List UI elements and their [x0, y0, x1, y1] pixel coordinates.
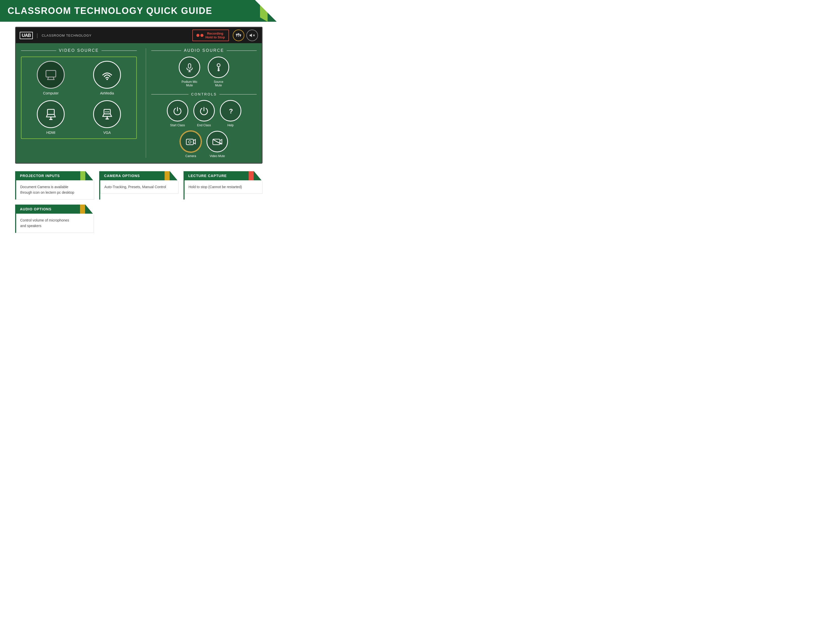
- svg-point-12: [106, 79, 108, 80]
- svg-rect-30: [186, 139, 193, 145]
- computer-icon-circle: [37, 61, 64, 89]
- sliders-icon: [235, 32, 241, 39]
- lecture-capture-header: LECTURE CAPTURE: [185, 171, 262, 180]
- video-source-section: VIDEO SOURCE: [21, 48, 142, 158]
- controls-title: CONTROLS: [151, 92, 257, 96]
- end-class-button[interactable]: End Class: [193, 100, 215, 127]
- panel-body: VIDEO SOURCE: [16, 43, 262, 163]
- end-class-icon-circle: [193, 100, 215, 121]
- video-mute-button[interactable]: Video Mute: [206, 131, 228, 158]
- video-source-title: VIDEO SOURCE: [21, 48, 137, 53]
- rec-circle-1: [196, 34, 199, 37]
- recording-label: Recording: [206, 32, 225, 35]
- audio-options-body: Control volume of microphonesand speaker…: [16, 214, 94, 233]
- computer-source-button[interactable]: Computer: [25, 61, 77, 95]
- lecture-capture-title: LECTURE CAPTURE: [188, 174, 227, 178]
- projector-inputs-header: PROJECTOR INPUTS: [16, 171, 94, 180]
- uab-logo: UAB: [20, 32, 33, 39]
- hdmi-source-button[interactable]: HDMI: [25, 100, 77, 135]
- audio-options-accent: [80, 204, 85, 214]
- svg-rect-22: [188, 64, 191, 68]
- computer-icon: [44, 68, 58, 82]
- airmedia-label: AirMedia: [100, 91, 114, 95]
- recording-text: Recording Hold to Stop: [206, 32, 225, 39]
- audio-options-card: AUDIO OPTIONS Control volume of micropho…: [15, 204, 94, 233]
- hdmi-label: HDMI: [46, 130, 55, 135]
- recording-icon: [196, 34, 203, 37]
- help-icon-circle: ?: [220, 100, 241, 121]
- start-class-label: Start Class: [170, 124, 185, 127]
- end-power-icon: [199, 106, 209, 116]
- video-grid: Computer: [25, 61, 132, 135]
- uab-logo-text: UAB: [22, 33, 31, 38]
- camera-icon: [185, 137, 196, 147]
- projector-inputs-card: PROJECTOR INPUTS Document Camera is avai…: [15, 171, 94, 200]
- vga-source-button[interactable]: VGA: [82, 100, 133, 135]
- video-mute-icon: [212, 137, 223, 147]
- header-accent: [260, 0, 268, 22]
- vga-label: VGA: [103, 130, 111, 135]
- source-mute-icon-circle: [208, 56, 229, 78]
- start-power-icon: [172, 106, 182, 116]
- camera-accent: [165, 171, 170, 180]
- controls-bottom-row: Camera Video Mute: [151, 131, 257, 158]
- panel-divider: |: [37, 32, 38, 39]
- svg-point-20: [106, 111, 108, 113]
- svg-point-21: [108, 111, 109, 113]
- audio-options-section: AUDIO OPTIONS Control volume of micropho…: [0, 204, 278, 233]
- recording-button[interactable]: Recording Hold to Stop: [192, 29, 229, 41]
- audio-options-title: AUDIO OPTIONS: [20, 207, 51, 211]
- panel-vertical-divider: [146, 48, 146, 158]
- topbar-right: [233, 29, 258, 41]
- video-mute-icon-circle: [206, 131, 228, 152]
- camera-options-header: CAMERA OPTIONS: [100, 171, 178, 180]
- audio-jack-icon: [214, 63, 224, 72]
- camera-options-title: CAMERA OPTIONS: [104, 174, 140, 178]
- airmedia-icon-circle: [93, 61, 121, 89]
- podium-mic-label: Podium MicMute: [182, 80, 198, 87]
- source-mute-label: SourceMute: [214, 80, 224, 87]
- projector-inputs-body: Document Camera is availablethrough icon…: [16, 180, 94, 200]
- camera-label: Camera: [185, 154, 196, 158]
- source-mute-button[interactable]: SourceMute: [208, 56, 229, 87]
- help-button[interactable]: ? Help: [220, 100, 241, 127]
- control-panel: UAB | CLASSROOM TECHNOLOGY Recording Hol…: [15, 27, 262, 164]
- computer-label: Computer: [43, 91, 59, 95]
- svg-point-25: [217, 64, 220, 67]
- camera-button[interactable]: Camera: [180, 131, 201, 158]
- airmedia-source-button[interactable]: AirMedia: [82, 61, 133, 95]
- help-label: Help: [227, 124, 234, 127]
- audio-options-header: AUDIO OPTIONS: [16, 204, 94, 214]
- panel-topbar: UAB | CLASSROOM TECHNOLOGY Recording Hol…: [16, 27, 262, 43]
- video-mute-label: Video Mute: [209, 154, 225, 158]
- audio-source-title: AUDIO SOURCE: [151, 48, 257, 53]
- audio-control-button[interactable]: [233, 29, 244, 41]
- lecture-capture-body: Hold to stop (Cannot be restarted): [185, 180, 262, 194]
- svg-text:?: ?: [229, 107, 233, 115]
- svg-rect-13: [47, 109, 54, 114]
- svg-point-31: [188, 141, 191, 143]
- projector-accent: [80, 171, 85, 180]
- svg-rect-15: [49, 119, 53, 120]
- audio-options-text: Control volume of microphonesand speaker…: [20, 217, 90, 229]
- panel-subtitle: CLASSROOM TECHNOLOGY: [42, 34, 188, 37]
- vga-icon-circle: [93, 100, 121, 128]
- wifi-icon: [100, 68, 114, 82]
- svg-rect-8: [46, 71, 56, 77]
- camera-options-card: CAMERA OPTIONS Auto-Tracking, Presets, M…: [99, 171, 178, 200]
- hdmi-icon: [44, 107, 58, 121]
- page-title: CLASSROOM TECHNOLOGY QUICK GUIDE: [8, 6, 270, 16]
- panel-wrapper: UAB | CLASSROOM TECHNOLOGY Recording Hol…: [0, 27, 278, 164]
- vga-icon: [100, 107, 114, 121]
- svg-point-19: [105, 111, 106, 113]
- lecture-capture-card: LECTURE CAPTURE Hold to stop (Cannot be …: [183, 171, 262, 200]
- microphone-icon: [185, 63, 195, 72]
- info-cards-section: PROJECTOR INPUTS Document Camera is avai…: [0, 171, 278, 200]
- mute-button[interactable]: [246, 29, 258, 41]
- end-class-label: End Class: [197, 124, 211, 127]
- question-mark-icon: ?: [225, 106, 235, 116]
- page-header: CLASSROOM TECHNOLOGY QUICK GUIDE: [0, 0, 278, 22]
- podium-mic-mute-button[interactable]: Podium MicMute: [179, 56, 200, 87]
- start-class-button[interactable]: Start Class: [167, 100, 188, 127]
- lecture-accent: [249, 171, 254, 180]
